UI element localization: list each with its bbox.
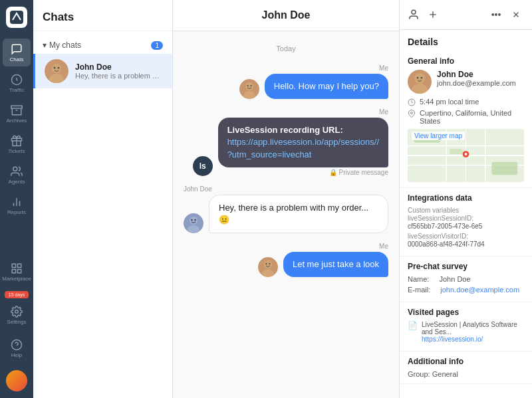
additional-group-label: Group: (408, 370, 430, 378)
sidebar-item-agents-label: Agents (9, 179, 25, 185)
message-row-3: John Doe Hey, there is a problem with my… (184, 185, 388, 233)
clock-icon (408, 98, 416, 106)
svg-point-21 (245, 82, 253, 90)
svg-point-24 (250, 85, 251, 86)
visited-pages-title: Visited pages (408, 308, 524, 317)
message-bubble-3: Hey, there is a problem with my order...… (209, 195, 388, 233)
chat-list-item[interactable]: John Doe Hey, there is a problem with my… (33, 54, 172, 88)
msg-avatar-me-1 (239, 79, 259, 99)
sidebar-bottom: Marketplace 15 days Settings Help (3, 258, 31, 398)
sidebar-item-reports-label: Reports (7, 209, 26, 215)
svg-point-26 (190, 217, 198, 225)
date-label: Today (184, 45, 388, 52)
svg-point-44 (421, 77, 423, 79)
msg-avatar-me-4 (258, 257, 278, 277)
sidebar-item-tickets[interactable]: Tickets (3, 130, 31, 158)
svg-rect-2 (11, 106, 23, 108)
integrations-title: Integrations data (408, 193, 524, 203)
page-title: LiveSession | Analytics Software and Ses… (422, 321, 524, 336)
live-session-id-key: liveSessionSessionID: (408, 215, 524, 222)
user-avatar[interactable] (6, 370, 27, 391)
svg-point-29 (194, 219, 196, 221)
additional-info-section: Additional info Group: General (400, 351, 532, 384)
svg-point-35 (412, 10, 416, 14)
trial-badge: 15 days (5, 291, 29, 298)
person-icon (408, 9, 420, 21)
details-user-avatar (408, 70, 432, 94)
sidebar-logo (6, 7, 27, 28)
details-location-row: Cupertino, California, United States (408, 109, 524, 125)
sidebar-item-settings[interactable]: Settings (3, 301, 31, 329)
pre-chat-title: Pre-chat survey (408, 262, 524, 271)
additional-info-title: Additional info (408, 357, 524, 366)
my-chats-chevron: ▾ (43, 41, 47, 50)
pre-chat-email-label: E-mail: (408, 286, 430, 294)
close-details-button[interactable] (508, 7, 524, 23)
svg-point-43 (417, 77, 419, 79)
additional-group-row: Group: General (408, 370, 524, 378)
more-options-button[interactable]: ••• (488, 7, 504, 23)
additional-group-val: General (432, 370, 458, 378)
msg-sender-1: Me (379, 64, 388, 72)
svg-point-41 (414, 73, 425, 84)
pre-chat-name-row: Name: John Doe (408, 275, 524, 283)
sidebar-item-marketplace[interactable]: Marketplace (3, 258, 31, 286)
details-user-info: John Doe john.doe@example.com (437, 70, 516, 87)
my-chats-label[interactable]: ▾ My chats 1 (33, 37, 172, 54)
sidebar-item-archives[interactable]: Archives (3, 100, 31, 128)
svg-point-28 (191, 219, 192, 221)
visited-pages-section: Visited pages 📄 LiveSession | Analytics … (400, 302, 532, 351)
details-time-row: 5:44 pm local time (408, 98, 524, 106)
details-user-email: john.doe@example.com (437, 79, 516, 87)
sidebar-marketplace-label: Marketplace (2, 276, 31, 282)
messages-area: Today Me Hello. How may I help you? (173, 31, 399, 398)
my-chats-text: My chats (49, 41, 151, 50)
details-user-name: John Doe (437, 70, 516, 79)
svg-point-4 (13, 167, 17, 171)
sidebar-settings-label: Settings (7, 319, 27, 325)
svg-point-58 (465, 153, 467, 155)
chats-panel-title: Chats (33, 0, 172, 31)
message-row-1: Me Hello. How may I help you? (184, 64, 388, 99)
private-label: 🔒 Private message (329, 169, 388, 176)
msg-sender-2: Me (379, 108, 388, 116)
sidebar-item-reports[interactable]: Reports (3, 191, 31, 219)
details-header-icons: ••• (488, 7, 524, 23)
integrations-section: Integrations data Custom variables liveS… (400, 188, 532, 256)
svg-rect-9 (18, 264, 21, 267)
map-link[interactable]: View larger map (412, 132, 465, 140)
map-placeholder[interactable]: View larger map (408, 129, 524, 182)
my-chats-count: 1 (151, 41, 163, 50)
details-time: 5:44 pm local time (420, 98, 479, 106)
page-file-icon: 📄 (408, 321, 418, 330)
sidebar-item-agents[interactable]: Agents (3, 161, 31, 189)
svg-rect-8 (12, 264, 15, 267)
live-session-visitor-val: 0000a868-af48-424f-77d4 (408, 241, 524, 248)
message-col-2: Me LiveSession recording URL: https://ap… (193, 108, 388, 176)
sidebar-item-help[interactable]: Help (3, 334, 31, 362)
visited-page-item: 📄 LiveSession | Analytics Software and S… (408, 321, 524, 343)
details-panel: ••• Details General info John Doe (399, 0, 532, 398)
main-chat-area: John Doe Today Me Hello. How may I help … (173, 0, 399, 398)
location-icon (408, 110, 416, 118)
svg-point-18 (54, 67, 56, 69)
pre-chat-name-label: Name: (408, 275, 429, 283)
sidebar-item-traffic[interactable]: Traffic (3, 69, 31, 97)
chat-item-info: John Doe Hey, there is a problem with my… (75, 62, 163, 80)
details-header: ••• (400, 0, 532, 30)
message-col-1: Me Hello. How may I help you? (239, 64, 388, 99)
details-header-left (408, 7, 441, 23)
svg-point-23 (247, 85, 248, 86)
pre-chat-email-row: E-mail: john.doe@example.com (408, 286, 524, 294)
page-url[interactable]: https://livesession.io/ (422, 336, 524, 343)
message-row-2: Me LiveSession recording URL: https://ap… (184, 108, 388, 176)
message-bubble-4: Let me just take a look (283, 252, 388, 277)
chat-header-title: John Doe (173, 0, 399, 31)
details-location: Cupertino, California, United States (420, 109, 524, 125)
message-row-4: Me Let me just take a look (184, 243, 388, 277)
my-chats-section: ▾ My chats 1 John Doe Hey, there is a pr… (33, 31, 172, 94)
general-info-title: General info (408, 56, 524, 66)
add-contact-button[interactable] (425, 7, 441, 23)
sidebar-item-chats[interactable]: Chats (3, 39, 31, 66)
sidebar-item-traffic-label: Traffic (9, 87, 24, 93)
